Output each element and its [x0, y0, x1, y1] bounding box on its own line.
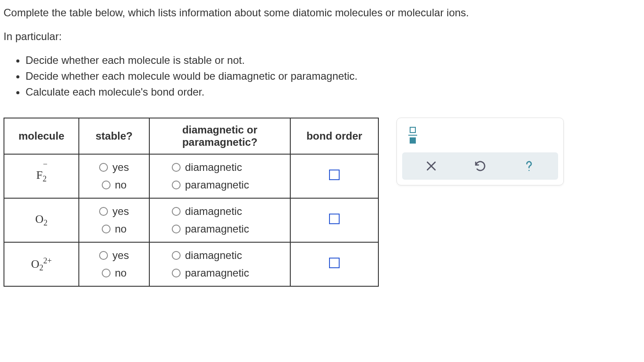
fraction-icon[interactable]: [408, 127, 417, 144]
radio-icon: [172, 269, 181, 277]
radio-icon: [102, 269, 111, 277]
radio-icon: [99, 163, 108, 172]
bullet-magnetic: Decide whether each molecule would be di…: [26, 68, 640, 84]
radio-icon: [172, 207, 181, 216]
bond-order-input[interactable]: [329, 214, 340, 224]
radio-label: yes: [112, 249, 129, 262]
paramagnetic-radio[interactable]: paramagnetic: [172, 264, 281, 282]
bond-order-cell: [290, 198, 378, 242]
radio-icon: [102, 225, 111, 233]
stable-cell: yesno: [79, 198, 149, 242]
bond-order-cell: [290, 154, 378, 198]
stable-cell: yesno: [79, 242, 149, 286]
help-icon[interactable]: [522, 159, 537, 174]
stable-yes-radio[interactable]: yes: [88, 247, 140, 264]
diamagnetic-radio[interactable]: diamagnetic: [172, 247, 281, 264]
intro-text-1: Complete the table below, which lists in…: [4, 5, 640, 20]
radio-icon: [99, 207, 108, 216]
paramagnetic-radio[interactable]: paramagnetic: [172, 220, 281, 238]
tool-bottom-row: [402, 152, 558, 180]
paramagnetic-radio[interactable]: paramagnetic: [172, 176, 281, 194]
radio-label: diamagnetic: [185, 249, 242, 262]
radio-label: yes: [112, 205, 129, 218]
radio-icon: [102, 181, 111, 189]
intro-text-2: In particular:: [4, 29, 640, 44]
magnetic-cell: diamagneticparamagnetic: [149, 154, 290, 198]
radio-icon: [99, 251, 108, 260]
reset-icon[interactable]: [473, 159, 488, 174]
header-stable: stable?: [79, 118, 149, 154]
radio-label: no: [115, 267, 127, 279]
clear-icon[interactable]: [424, 159, 439, 174]
stable-no-radio[interactable]: no: [88, 264, 140, 282]
bond-order-input[interactable]: [329, 170, 340, 180]
instructions-list: Decide whether each molecule is stable o…: [4, 52, 640, 100]
magnetic-cell: diamagneticparamagnetic: [149, 242, 290, 286]
header-molecule: molecule: [4, 118, 79, 154]
diamagnetic-radio[interactable]: diamagnetic: [172, 203, 281, 220]
svg-point-2: [529, 170, 530, 171]
radio-label: yes: [112, 161, 129, 174]
tool-top-row: [402, 123, 558, 147]
tool-panel: [396, 118, 564, 185]
molecule-cell: O22+: [4, 242, 79, 286]
radio-label: diamagnetic: [185, 205, 242, 218]
radio-icon: [172, 225, 181, 233]
stable-no-radio[interactable]: no: [88, 220, 140, 238]
radio-icon: [172, 181, 181, 189]
header-bond-order: bond order: [290, 118, 378, 154]
radio-label: no: [115, 179, 127, 191]
bullet-stable: Decide whether each molecule is stable o…: [26, 52, 640, 68]
bond-order-input[interactable]: [329, 258, 340, 268]
stable-no-radio[interactable]: no: [88, 176, 140, 194]
bullet-bond-order: Calculate each molecule's bond order.: [26, 84, 640, 100]
molecule-cell: O2: [4, 198, 79, 242]
radio-icon: [172, 251, 181, 260]
molecule-cell: F−2: [4, 154, 79, 198]
magnetic-cell: diamagneticparamagnetic: [149, 198, 290, 242]
radio-label: paramagnetic: [185, 179, 249, 191]
stable-cell: yesno: [79, 154, 149, 198]
radio-label: paramagnetic: [185, 267, 249, 279]
bond-order-cell: [290, 242, 378, 286]
radio-label: diamagnetic: [185, 161, 242, 174]
diamagnetic-radio[interactable]: diamagnetic: [172, 159, 281, 176]
molecule-table: molecule stable? diamagnetic or paramagn…: [4, 118, 379, 287]
stable-yes-radio[interactable]: yes: [88, 159, 140, 176]
radio-icon: [172, 163, 181, 172]
stable-yes-radio[interactable]: yes: [88, 203, 140, 220]
radio-label: no: [115, 223, 127, 235]
header-magnetic: diamagnetic or paramagnetic?: [149, 118, 290, 154]
radio-label: paramagnetic: [185, 223, 249, 235]
